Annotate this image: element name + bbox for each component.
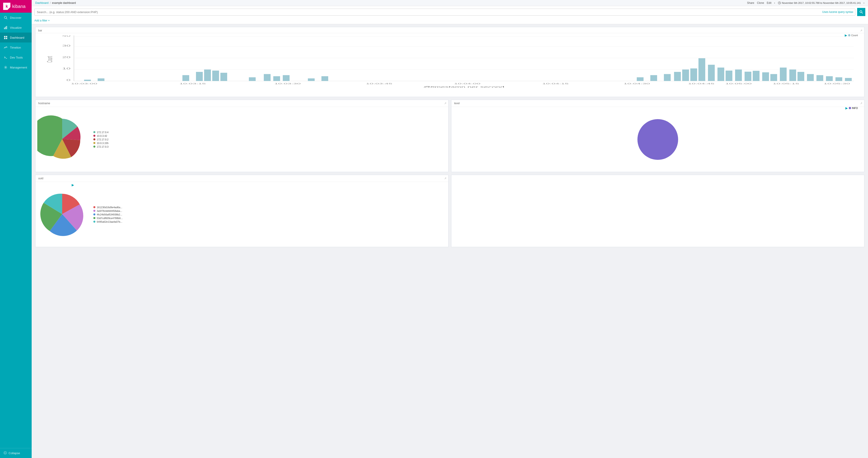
clock-icon <box>778 1 781 4</box>
hostname-panel-title: hostname <box>35 100 448 107</box>
collapse-label: Collapse <box>8 452 20 455</box>
svg-rect-47 <box>717 68 724 81</box>
svg-rect-37 <box>308 79 315 81</box>
svg-text:10:05:30: 10:05:30 <box>824 82 850 85</box>
time-range-text: November 6th 2017, 10:02:55.788 to Novem… <box>782 2 861 4</box>
svg-text:10:03:45: 10:03:45 <box>366 82 393 85</box>
svg-point-75 <box>638 119 678 160</box>
breadcrumb-root[interactable]: Dashboard <box>35 1 49 4</box>
hostname-legend-item-0: 172.17.0.4 <box>93 131 444 133</box>
sidebar-item-visualize[interactable]: Visualize <box>0 23 32 33</box>
uuid-legend-item-2: 4fc24b56af534938b2... <box>93 213 444 216</box>
svg-rect-32 <box>220 73 227 81</box>
svg-text:10:04:30: 10:04:30 <box>624 82 650 85</box>
sidebar-item-dashboard[interactable]: Dashboard <box>0 33 32 42</box>
search-input-wrapper: Uses lucene query syntax <box>34 8 855 16</box>
uuid-legend: 161230d16d9e4ad6a... 3a5f78cbbfd4458aba.… <box>87 204 446 225</box>
nav-next-button[interactable]: › <box>864 1 864 4</box>
hostname-legend-dot-2 <box>93 139 95 141</box>
sidebar-item-timelion[interactable]: Timelion <box>0 42 32 53</box>
svg-rect-6 <box>6 36 7 37</box>
uuid-legend-toggle[interactable]: ▶ <box>72 183 74 187</box>
bar-chart-content: 0 10 20 30 40 <box>35 33 864 94</box>
svg-rect-36 <box>283 75 289 81</box>
svg-rect-2 <box>4 28 5 29</box>
devtools-icon <box>4 55 8 59</box>
sidebar-item-devtools[interactable]: Dev Tools <box>0 53 32 62</box>
hostname-expand-icon[interactable]: ↗ <box>444 102 446 105</box>
level-expand-icon[interactable]: ↗ <box>860 102 862 105</box>
nav-prev-button[interactable]: ‹ <box>774 1 775 4</box>
svg-text:10:03:15: 10:03:15 <box>180 82 206 85</box>
clone-button[interactable]: Clone <box>757 1 764 4</box>
sidebar-item-label-dashboard: Dashboard <box>10 36 24 39</box>
breadcrumb-current: example dashboard <box>52 1 76 4</box>
sidebar-item-discover[interactable]: Discover <box>0 13 32 23</box>
hostname-legend-dot-3 <box>93 142 95 144</box>
search-input[interactable] <box>35 9 822 16</box>
uuid-panel-body: 161230d16d9e4ad6a... 3a5f78cbbfd4458aba.… <box>35 182 448 247</box>
svg-rect-3 <box>5 27 6 29</box>
timelion-icon <box>4 45 8 50</box>
lucene-syntax-link[interactable]: Uses lucene query syntax <box>822 10 853 13</box>
svg-rect-26 <box>84 80 91 81</box>
sidebar-item-management[interactable]: Management <box>0 62 32 72</box>
svg-rect-38 <box>321 76 328 81</box>
main-area: Dashboard / example dashboard Share Clon… <box>32 0 868 458</box>
uuid-legend-label-2: 4fc24b56af534938b2... <box>97 213 122 216</box>
svg-text:10:03:00: 10:03:00 <box>71 82 97 85</box>
sidebar-item-label-devtools: Dev Tools <box>10 56 23 59</box>
empty-right-panel <box>451 175 864 247</box>
svg-rect-61 <box>845 78 852 81</box>
svg-rect-55 <box>789 69 796 81</box>
search-button[interactable] <box>857 8 865 16</box>
add-filter-button[interactable]: Add a filter + <box>34 19 50 22</box>
svg-text:10:03:30: 10:03:30 <box>274 82 301 85</box>
svg-rect-44 <box>690 68 697 81</box>
uuid-legend-item-0: 161230d16d9e4ad6a... <box>93 206 444 209</box>
time-range-display[interactable]: November 6th 2017, 10:02:55.788 to Novem… <box>778 1 861 4</box>
breadcrumb-bar: Dashboard / example dashboard Share Clon… <box>32 0 868 6</box>
svg-rect-30 <box>204 69 211 81</box>
share-button[interactable]: Share <box>747 1 754 4</box>
filter-bar: Add a filter + <box>32 18 868 24</box>
svg-text:@timestamp per second: @timestamp per second <box>423 86 504 88</box>
svg-text:10:04:15: 10:04:15 <box>542 82 569 85</box>
uuid-legend-item-1: 3a5f78cbbfd4458aba... <box>93 210 444 212</box>
uuid-legend-dot-4 <box>93 221 95 223</box>
dashboard-content: bar ▶ Count ↗ 0 10 20 30 40 <box>32 24 868 458</box>
svg-text:10: 10 <box>62 67 70 70</box>
svg-rect-46 <box>708 65 715 81</box>
edit-button[interactable]: Edit <box>767 1 772 4</box>
hostname-legend-label-0: 172.17.0.4 <box>97 131 108 133</box>
collapse-icon <box>4 451 7 455</box>
svg-rect-60 <box>835 77 842 81</box>
svg-rect-5 <box>4 36 5 37</box>
logo[interactable]: k kibana <box>0 0 32 13</box>
level-pie-chart <box>633 115 683 164</box>
main-nav: Discover Visualize Dashboard Timelion De… <box>0 13 32 72</box>
collapse-button[interactable]: Collapse <box>0 448 32 458</box>
topbar: Dashboard / example dashboard Share Clon… <box>32 0 868 24</box>
svg-point-0 <box>4 16 6 19</box>
level-panel-body <box>452 107 864 172</box>
uuid-expand-icon[interactable]: ↗ <box>444 177 446 180</box>
sidebar: k kibana Discover Visualize Dashboard T <box>0 0 32 458</box>
svg-rect-45 <box>699 58 705 81</box>
management-icon <box>4 65 8 69</box>
svg-rect-43 <box>682 69 689 81</box>
hostname-legend: 172.17.0.4 10.0.3.42 172.17.0.2 <box>87 129 446 150</box>
svg-text:10:04:00: 10:04:00 <box>454 82 480 85</box>
hostname-pie-chart <box>37 114 87 164</box>
svg-rect-57 <box>807 74 814 81</box>
svg-rect-8 <box>6 38 7 39</box>
uuid-legend-dot-0 <box>93 206 95 208</box>
uuid-pie-svg-wrap <box>37 189 87 240</box>
uuid-legend-arrow[interactable]: ▶ <box>72 183 74 187</box>
svg-rect-53 <box>770 74 777 81</box>
breadcrumb-separator: / <box>50 1 51 4</box>
expand-icon[interactable]: ↗ <box>860 29 862 32</box>
svg-text:0: 0 <box>66 79 70 82</box>
svg-rect-35 <box>273 76 280 81</box>
svg-rect-29 <box>196 72 203 81</box>
